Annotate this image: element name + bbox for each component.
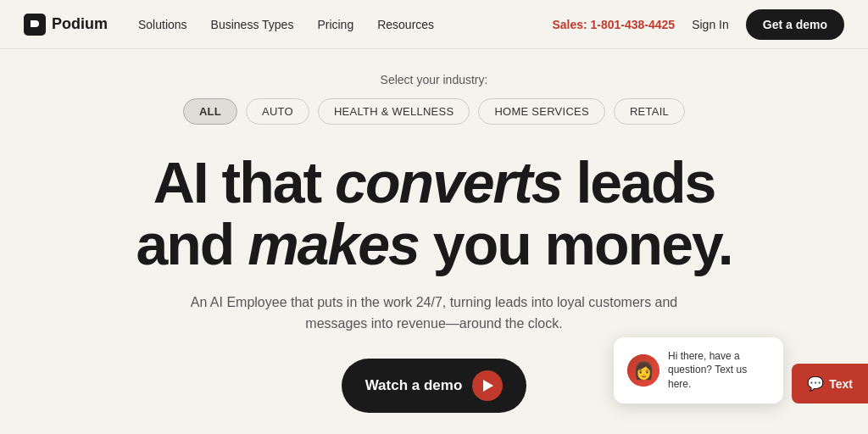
hero-title: AI that converts leads and makes you mon… xyxy=(136,152,732,276)
nav-pricing[interactable]: Pricing xyxy=(317,18,353,31)
watch-demo-button[interactable]: Watch a demo xyxy=(342,359,527,413)
industry-label: Select your industry: xyxy=(381,73,488,86)
pill-all[interactable]: ALL xyxy=(183,98,237,125)
chat-avatar: 👩 xyxy=(627,354,659,387)
watch-demo-label: Watch a demo xyxy=(365,377,463,394)
nav-right: Sales: 1-801-438-4425 Sign In Get a demo xyxy=(552,9,844,40)
sales-number: Sales: 1-801-438-4425 xyxy=(552,18,675,31)
logo-icon xyxy=(24,14,46,36)
text-btn-icon: 💬 xyxy=(807,376,824,392)
play-icon xyxy=(472,370,503,401)
nav-solutions[interactable]: Solutions xyxy=(138,18,187,31)
chat-widget[interactable]: 👩 Hi there, have a question? Text us her… xyxy=(614,337,783,403)
nav-links: Solutions Business Types Pricing Resourc… xyxy=(138,18,552,31)
logo-text: Podium xyxy=(52,15,108,33)
logo[interactable]: Podium xyxy=(24,14,108,36)
avatar-face-icon: 👩 xyxy=(633,360,654,381)
chat-message: Hi there, have a question? Text us here. xyxy=(668,349,770,392)
industry-pills: ALL AUTO HEALTH & WELLNESS HOME SERVICES… xyxy=(183,98,685,125)
avatar-placeholder: 👩 xyxy=(627,354,659,387)
navbar: Podium Solutions Business Types Pricing … xyxy=(0,0,868,49)
pill-auto[interactable]: AUTO xyxy=(246,98,309,125)
get-demo-button[interactable]: Get a demo xyxy=(746,9,844,40)
text-button[interactable]: 💬 Text xyxy=(792,364,868,403)
sign-in-link[interactable]: Sign In xyxy=(692,18,729,31)
nav-business-types[interactable]: Business Types xyxy=(211,18,294,31)
text-btn-label: Text xyxy=(829,377,853,391)
pill-retail[interactable]: RETAIL xyxy=(614,98,685,125)
play-triangle-icon xyxy=(483,380,493,392)
nav-resources[interactable]: Resources xyxy=(377,18,434,31)
pill-health[interactable]: HEALTH & WELLNESS xyxy=(318,98,470,125)
pill-home-services[interactable]: HOME SERVICES xyxy=(478,98,605,125)
hero-subtitle: An AI Employee that puts in the work 24/… xyxy=(180,292,688,335)
